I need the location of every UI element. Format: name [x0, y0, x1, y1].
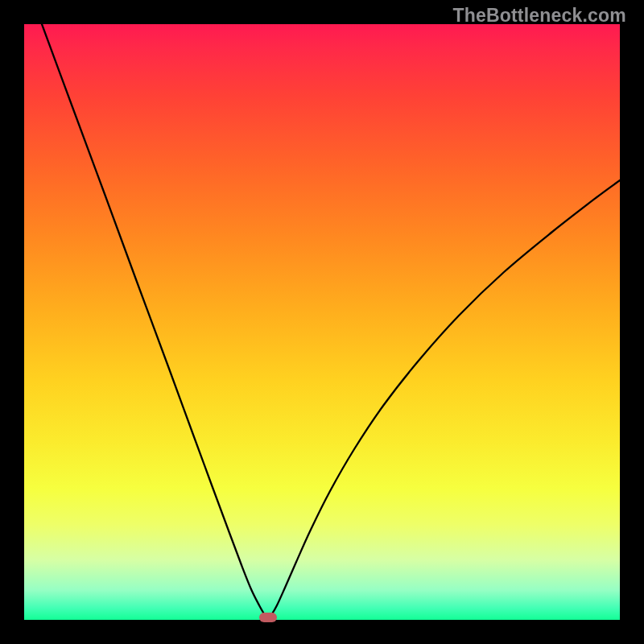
bottleneck-curve	[42, 24, 620, 618]
chart-container: TheBottleneck.com	[0, 0, 644, 644]
watermark: TheBottleneck.com	[452, 5, 626, 27]
curve-svg	[24, 24, 620, 620]
plot-area	[24, 24, 620, 620]
min-marker	[259, 613, 277, 622]
